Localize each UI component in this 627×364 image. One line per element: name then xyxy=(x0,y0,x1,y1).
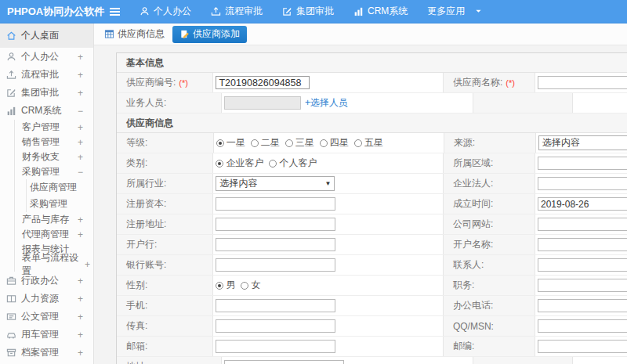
top-bar: PHPOA协同办公软件 个人办公 流程审批 集团审批 CRM系统 更多应用 xyxy=(0,0,627,23)
tab-supplier-info[interactable]: 供应商信息 xyxy=(104,27,165,41)
sidebar-item-archives[interactable]: 档案管理 + xyxy=(0,344,93,362)
nav-personal-office[interactable]: 个人办公 xyxy=(140,5,191,18)
office-phone-input[interactable] xyxy=(538,299,627,312)
field-label: 地址: xyxy=(117,357,222,364)
radio-icon xyxy=(241,282,248,290)
supplier-no-input[interactable] xyxy=(216,76,310,89)
radio-icon xyxy=(216,160,223,168)
field-label: 注册资本: xyxy=(117,194,213,214)
required-mark: (*) xyxy=(179,78,188,88)
field-label: 成立时间: xyxy=(444,194,535,214)
mobile-input[interactable] xyxy=(216,299,335,312)
crm-submenu: 客户管理 + 销售管理 + 财务收支 + 采购管理 − 供应商管理 采购管理 xyxy=(14,120,93,272)
radio-option[interactable]: 个人客户 xyxy=(269,157,317,170)
reg-address-input[interactable] xyxy=(216,218,335,231)
field-label: 开户行: xyxy=(117,235,213,254)
nav-crm[interactable]: CRM系统 xyxy=(353,5,408,18)
sidebar-item-agent-mgmt[interactable]: 代理商管理 + xyxy=(15,227,93,242)
sidebar-item-supplier-mgmt[interactable]: 供应商管理 xyxy=(27,179,93,196)
user-icon xyxy=(6,52,16,62)
field-label: 联系人: xyxy=(444,255,535,275)
car-icon xyxy=(6,330,16,340)
radio-option[interactable]: 男 xyxy=(216,279,235,292)
bank-account-input[interactable] xyxy=(216,258,335,272)
region-input[interactable] xyxy=(538,157,627,170)
email-input[interactable] xyxy=(216,340,335,353)
form-row: 所属行业: 选择内容▼ 企业法人: xyxy=(117,174,627,194)
field-label: 邮箱: xyxy=(117,337,213,356)
radio-icon xyxy=(354,139,362,147)
gender-radio-group: 男 女 xyxy=(213,276,443,295)
nav-workflow-approval[interactable]: 流程审批 xyxy=(211,5,263,18)
table-icon xyxy=(104,29,114,39)
form-row: 供应商编号:(*) 供应商名称:(*) xyxy=(117,73,627,93)
nav-group-approval[interactable]: 集团审批 xyxy=(282,5,334,18)
required-mark: (*) xyxy=(506,78,515,88)
app-logo: PHPOA协同办公软件 xyxy=(0,5,94,19)
field-label: 公司网站: xyxy=(444,214,535,234)
bank-input[interactable] xyxy=(216,238,335,251)
field-label: 供应商编号:(*) xyxy=(117,73,213,92)
radio-option[interactable]: 四星 xyxy=(320,136,349,150)
radio-option[interactable]: 三星 xyxy=(285,136,314,150)
legal-person-input[interactable] xyxy=(538,177,627,190)
menu-toggle-icon[interactable] xyxy=(110,8,120,16)
radio-option[interactable]: 一星 xyxy=(216,136,245,150)
radio-option[interactable]: 女 xyxy=(241,279,260,292)
sidebar-item-group-approval[interactable]: 集团审批 + xyxy=(0,84,93,102)
form-row: 类别: 企业客户 个人客户 所属区域: xyxy=(117,153,627,174)
sidebar-item-personal-desktop[interactable]: 个人桌面 xyxy=(0,23,93,48)
sidebar-item-products-inventory[interactable]: 产品与库存 + xyxy=(15,212,93,227)
staff-input[interactable] xyxy=(224,96,301,110)
section-header-basic: 基本信息 xyxy=(117,53,627,73)
form-row: 等级: 一星 二星 三星 四星 五星 来源: 选择内容▼ xyxy=(117,133,627,153)
account-name-input[interactable] xyxy=(538,238,627,251)
supplier-name-input[interactable] xyxy=(538,76,627,89)
radio-option[interactable]: 五星 xyxy=(354,136,383,150)
zip-input[interactable] xyxy=(538,340,627,353)
sidebar-item-finance[interactable]: 财务收支 + xyxy=(15,150,93,164)
purchase-submenu: 供应商管理 采购管理 xyxy=(26,179,93,212)
flow-icon xyxy=(6,70,16,80)
section-header-supplier: 供应商信息 xyxy=(117,114,627,133)
field-label: 所属行业: xyxy=(117,174,213,193)
sidebar-item-form-flow-settings[interactable]: 表单与流程设置 + xyxy=(15,257,93,272)
sidebar-item-personal-office[interactable]: 个人办公 + xyxy=(0,48,93,66)
sidebar-item-vehicle-mgmt[interactable]: 用车管理 + xyxy=(0,326,93,344)
form-row: 手机: 办公电话: xyxy=(117,296,627,316)
caret-down-icon xyxy=(475,8,482,15)
founded-date-input[interactable] xyxy=(538,197,627,211)
field-label: 开户名称: xyxy=(444,235,535,254)
sidebar-item-crm[interactable]: CRM系统 − xyxy=(0,102,93,120)
website-input[interactable] xyxy=(538,218,627,231)
contact-input[interactable] xyxy=(538,258,627,272)
field-label: 职务: xyxy=(444,276,535,295)
form-row: 地址: xyxy=(117,357,627,364)
field-label: 类别: xyxy=(117,153,213,173)
source-select[interactable]: 选择内容▼ xyxy=(538,135,627,150)
sidebar-item-hr[interactable]: 人力资源 + xyxy=(0,290,93,308)
sidebar-item-purchasing[interactable]: 采购管理 xyxy=(27,196,93,212)
sidebar-item-customer-mgmt[interactable]: 客户管理 + xyxy=(15,120,93,135)
sidebar-item-official-docs[interactable]: 公文管理 + xyxy=(0,308,93,326)
caret-down-icon: ▼ xyxy=(325,180,332,187)
qq-msn-input[interactable] xyxy=(538,319,627,333)
radio-option[interactable]: 二星 xyxy=(251,136,280,150)
reg-capital-input[interactable] xyxy=(216,197,335,211)
sidebar-item-sales-mgmt[interactable]: 销售管理 + xyxy=(15,135,93,150)
radio-option[interactable]: 企业客户 xyxy=(216,157,263,170)
form-row: 性别: 男 女 职务: xyxy=(117,276,627,296)
select-staff-link[interactable]: +选择人员 xyxy=(305,96,348,110)
address-input[interactable] xyxy=(224,360,344,364)
sidebar-item-workflow-approval[interactable]: 流程审批 + xyxy=(0,66,93,84)
position-input[interactable] xyxy=(538,279,627,292)
fax-input[interactable] xyxy=(216,319,335,333)
supplier-add-form: 基本信息 供应商编号:(*) 供应商名称:(*) 业务人员: xyxy=(116,52,627,364)
sidebar-item-purchase-mgmt[interactable]: 采购管理 − xyxy=(15,164,93,179)
industry-select[interactable]: 选择内容▼ xyxy=(216,176,335,191)
user-icon xyxy=(140,6,150,16)
nav-more-apps[interactable]: 更多应用 xyxy=(427,5,482,18)
field-label: 所属区域: xyxy=(444,153,535,173)
field-label: 等级: xyxy=(117,133,214,153)
tab-supplier-add[interactable]: 供应商添加 xyxy=(172,26,247,43)
